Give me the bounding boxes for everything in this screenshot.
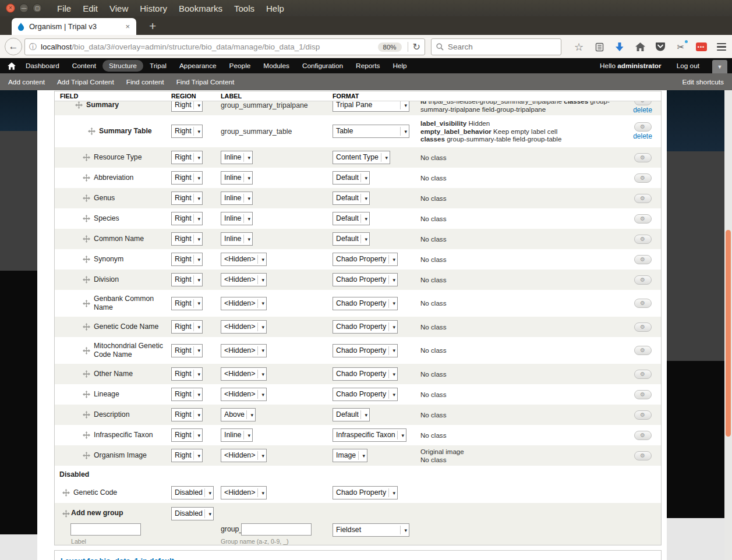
region-select[interactable]: Right: [171, 125, 203, 138]
site-info-icon[interactable]: ⓘ: [29, 42, 37, 52]
format-select[interactable]: Chado Property: [333, 367, 398, 381]
drag-handle-icon[interactable]: [83, 323, 90, 331]
region-select[interactable]: Right: [171, 273, 203, 286]
menu-help[interactable]: Help: [260, 3, 290, 13]
drag-handle-icon[interactable]: [62, 489, 70, 497]
toolbar-item-help[interactable]: Help: [386, 60, 413, 72]
region-select[interactable]: Right: [171, 171, 203, 185]
page-scrollbar-thumb[interactable]: [726, 230, 731, 437]
edit-shortcuts-link[interactable]: Edit shortcuts: [683, 78, 724, 86]
layout-link[interactable]: Layout for bio_data_1 in default: [61, 557, 174, 560]
label-select[interactable]: <Hidden>: [221, 320, 267, 334]
menu-edit[interactable]: Edit: [77, 3, 104, 13]
region-select[interactable]: Right: [171, 408, 203, 421]
region-select[interactable]: Right: [171, 253, 203, 266]
format-settings-button[interactable]: ⚙: [634, 322, 652, 332]
label-select[interactable]: Inline: [221, 192, 253, 205]
minimize-button[interactable]: —: [19, 3, 29, 13]
page-scrollbar-track[interactable]: [724, 90, 732, 560]
logout-link[interactable]: Log out: [677, 62, 699, 70]
format-select[interactable]: Infraspecific Taxon: [333, 428, 406, 442]
drag-handle-icon[interactable]: [83, 370, 90, 378]
search-box[interactable]: [431, 38, 561, 55]
toolbar-item-reports[interactable]: Reports: [349, 60, 386, 72]
drag-handle-icon[interactable]: [62, 510, 70, 519]
region-select[interactable]: Right: [171, 192, 203, 205]
back-button[interactable]: ←: [5, 38, 22, 55]
region-select[interactable]: Right: [171, 388, 203, 401]
drag-handle-icon[interactable]: [83, 452, 90, 459]
label-select[interactable]: Inline: [221, 428, 253, 442]
format-settings-button[interactable]: ⚙: [634, 346, 652, 355]
new-group-format-select[interactable]: Fieldset: [333, 523, 409, 537]
toolbar-item-appearance[interactable]: Appearance: [173, 60, 223, 72]
drag-handle-icon[interactable]: [83, 256, 90, 263]
reload-icon[interactable]: ↻: [413, 41, 420, 52]
format-select[interactable]: Table: [333, 125, 409, 138]
format-settings-button[interactable]: ⚙: [634, 410, 652, 420]
menu-history[interactable]: History: [134, 3, 173, 13]
toolbar-item-configuration[interactable]: Configuration: [296, 60, 349, 72]
label-select[interactable]: <Hidden>: [221, 253, 267, 266]
format-select[interactable]: Default: [333, 171, 370, 185]
region-select[interactable]: Right: [171, 297, 203, 310]
format-select[interactable]: Tripal Pane: [333, 101, 409, 112]
format-settings-button[interactable]: ⚙: [634, 122, 652, 132]
home-icon[interactable]: [634, 41, 646, 53]
toolbar-item-people[interactable]: People: [223, 60, 257, 72]
shortcut-add-content[interactable]: Add content: [4, 78, 49, 86]
toolbar-item-modules[interactable]: Modules: [257, 60, 296, 72]
region-select[interactable]: Disabled: [171, 486, 214, 499]
format-select[interactable]: Default: [333, 232, 370, 246]
drag-handle-icon[interactable]: [88, 127, 96, 135]
maximize-button[interactable]: ▢: [33, 3, 42, 13]
label-select[interactable]: <Hidden>: [221, 388, 267, 401]
region-select[interactable]: Right: [171, 232, 203, 246]
url-bar[interactable]: ⓘ localhost/bio_data/3#overlay=admin/str…: [24, 38, 425, 55]
admin-home-icon[interactable]: [8, 62, 16, 70]
format-select[interactable]: Chado Property: [333, 320, 398, 334]
label-select[interactable]: <Hidden>: [221, 486, 267, 499]
region-select[interactable]: Right: [171, 428, 203, 442]
format-select[interactable]: Default: [333, 408, 370, 421]
bookmark-star-icon[interactable]: ☆: [573, 41, 585, 53]
region-select[interactable]: Right: [171, 151, 203, 164]
region-select[interactable]: Right: [171, 367, 203, 381]
new-group-name-input[interactable]: [241, 523, 312, 536]
format-select[interactable]: Chado Property: [333, 273, 398, 286]
menu-bookmarks[interactable]: Bookmarks: [173, 3, 228, 13]
format-select[interactable]: Image: [333, 449, 367, 462]
toolbar-toggle-button[interactable]: ▼: [712, 60, 727, 73]
drag-handle-icon[interactable]: [83, 194, 90, 202]
format-select[interactable]: Chado Property: [333, 388, 398, 401]
label-select[interactable]: Inline: [221, 171, 253, 185]
region-select[interactable]: Right: [171, 212, 203, 225]
format-settings-button[interactable]: ⚙: [634, 299, 652, 308]
drag-handle-icon[interactable]: [83, 174, 90, 182]
tab-close-icon[interactable]: ×: [124, 22, 131, 31]
close-button[interactable]: ×: [6, 3, 15, 13]
label-select[interactable]: Above: [221, 408, 256, 421]
region-select[interactable]: Right: [171, 344, 203, 357]
drag-handle-icon[interactable]: [83, 154, 90, 161]
new-group-label-input[interactable]: [70, 523, 141, 536]
drag-handle-icon[interactable]: [75, 101, 83, 109]
format-settings-button[interactable]: ⚙: [634, 153, 652, 162]
format-settings-button[interactable]: ⚙: [634, 235, 652, 244]
region-select[interactable]: Right: [171, 101, 203, 112]
drag-handle-icon[interactable]: [83, 347, 90, 355]
toolbar-item-content[interactable]: Content: [66, 60, 102, 72]
format-select[interactable]: Default: [333, 212, 370, 225]
drag-handle-icon[interactable]: [83, 431, 90, 439]
delete-link[interactable]: delete: [633, 132, 652, 140]
delete-link[interactable]: delete: [633, 106, 652, 114]
label-select[interactable]: <Hidden>: [221, 273, 267, 286]
menu-tools[interactable]: Tools: [228, 3, 260, 13]
label-select[interactable]: Inline: [221, 212, 253, 225]
format-select[interactable]: Chado Property: [333, 344, 398, 357]
format-settings-button[interactable]: ⚙: [634, 194, 652, 203]
label-select[interactable]: <Hidden>: [221, 449, 267, 462]
pocket-icon[interactable]: [655, 41, 666, 53]
format-settings-button[interactable]: ⚙: [634, 431, 652, 440]
screenshot-scissors-icon[interactable]: ✂: [675, 41, 687, 53]
